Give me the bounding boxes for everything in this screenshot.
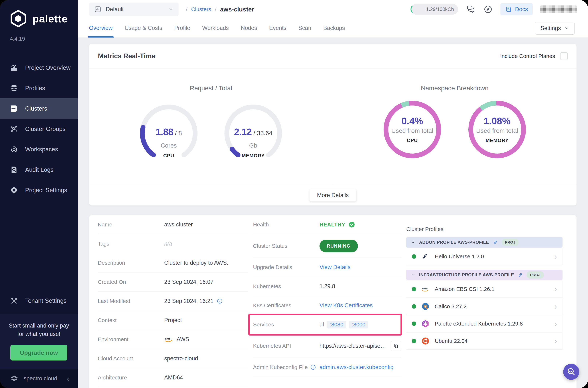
detail-row-description: Description Cluster to deploy to AWS. — [98, 253, 248, 272]
cpu-gauge: 1.88 / 8 Cores CPU — [140, 104, 198, 164]
chevron-down-icon — [564, 26, 569, 31]
addon-profile-group-header[interactable]: ADDON PROFILE AWS-PROFILE PROJ — [406, 237, 563, 247]
brand: palette — [0, 0, 78, 28]
link-icon[interactable] — [493, 240, 498, 245]
aws-icon: aws — [164, 336, 173, 343]
profile-item-ubuntu[interactable]: Ubuntu 22.04 › — [406, 333, 563, 349]
detail-row-kubernetes-api: Kubernetes API https://aws-cluster-apise… — [253, 334, 401, 358]
infrastructure-profile-group-header[interactable]: INFRASTRUCTURE PROFILE AWS-PROFILE PROJ — [406, 270, 563, 280]
chevron-right-icon: › — [554, 320, 557, 328]
dashboard-icon — [94, 6, 101, 13]
memory-caption: MEMORY — [224, 153, 282, 159]
docs-button[interactable]: Docs — [500, 3, 533, 15]
palette-logo-icon — [9, 9, 27, 28]
metrics-footer: More Details — [89, 185, 577, 205]
memory-unit: Gb — [224, 142, 282, 149]
user-name-redacted[interactable] — [540, 5, 577, 13]
search-assistant-button[interactable] — [563, 364, 579, 380]
page-content: Metrics Real-Time Include Control Planes… — [78, 38, 588, 388]
metrics-title: Metrics Real-Time — [98, 52, 156, 60]
service-port-8080-link[interactable]: :8080 — [327, 321, 346, 328]
proj-badge: PROJ — [502, 239, 519, 246]
namespace-memory-pct: 1.08% — [467, 116, 527, 126]
cpu-total: / 8 — [173, 129, 182, 136]
gear-icon — [10, 186, 18, 194]
detail-row-architecture: Architecture AMD64 — [98, 368, 248, 387]
request-total-panel: Request / Total 1.88 / 8 Cores CPU — [89, 69, 333, 185]
topbar-actions: 1.29/100kCh — [410, 3, 577, 15]
sidebar-item-project-settings[interactable]: Project Settings — [0, 180, 78, 200]
tab-usage-costs[interactable]: Usage & Costs — [125, 19, 162, 38]
upgrade-promo: Start small and only pay for what you us… — [0, 314, 78, 369]
breadcrumb: / Clusters / aws-cluster — [186, 6, 254, 13]
upgrade-now-button[interactable]: Upgrade now — [10, 345, 67, 361]
sidebar-item-audit-logs[interactable]: Audit Logs — [0, 160, 78, 180]
sidebar: palette 4.4.19 Project Overview — [0, 0, 78, 388]
cpu-caption: CPU — [140, 153, 198, 159]
detail-row-cluster-status: Cluster Status RUNNING — [253, 234, 401, 258]
detail-row-created-on: Created On 23 Sep 2024, 16:07 — [98, 272, 248, 292]
project-selector-dropdown[interactable]: Default — [89, 2, 179, 16]
tab-nodes[interactable]: Nodes — [241, 19, 257, 38]
chevron-down-icon — [411, 272, 415, 277]
link-icon[interactable] — [518, 272, 523, 278]
namespace-memory-ring: 1.08% Used from total MEMORY — [467, 99, 527, 160]
magnifier-smile-icon — [566, 367, 576, 377]
view-k8s-certificates-link[interactable]: View K8s Certificates — [319, 302, 373, 309]
breadcrumb-clusters-link[interactable]: Clusters — [191, 6, 211, 12]
tab-profile[interactable]: Profile — [174, 19, 190, 38]
info-icon[interactable] — [217, 298, 223, 304]
view-details-link[interactable]: View Details — [319, 264, 350, 270]
more-details-button[interactable]: More Details — [310, 189, 357, 201]
promo-line1: Start small and only pay — [5, 321, 73, 330]
server-icon — [10, 104, 18, 113]
sidebar-item-cluster-groups[interactable]: Cluster Groups — [0, 119, 78, 139]
profile-item-calico[interactable]: Calico 3.27.2 › — [406, 298, 563, 315]
profile-item-palette-extended-kubernetes[interactable]: Palette eXtended Kubernetes 1.29.8 › — [406, 315, 563, 332]
network-icon — [10, 125, 18, 133]
sidebar-item-project-overview[interactable]: Project Overview — [0, 58, 78, 78]
tab-workloads[interactable]: Workloads — [202, 19, 229, 38]
sidebar-nav: Project Overview Profiles — [0, 58, 78, 200]
info-icon[interactable] — [310, 364, 316, 370]
compass-icon[interactable] — [483, 4, 493, 14]
profile-item-amazon-ebs-csi[interactable]: aws Amazon EBS CSI 1.26.1 › — [406, 281, 563, 297]
tab-events[interactable]: Events — [269, 19, 286, 38]
footer-brand: spectro cloud — [24, 375, 57, 382]
kubeconfig-download-link[interactable]: admin.aws-cluster.kubeconfig — [319, 364, 394, 370]
tab-backups[interactable]: Backups — [323, 19, 345, 38]
tab-overview[interactable]: Overview — [89, 19, 113, 38]
copy-icon[interactable] — [391, 341, 401, 351]
include-control-planes-checkbox[interactable] — [560, 52, 568, 60]
cpu-unit: Cores — [140, 142, 198, 149]
service-port-3000-link[interactable]: :3000 — [349, 321, 368, 328]
project-selector-value: Default — [106, 6, 124, 13]
sidebar-item-clusters[interactable]: Clusters — [0, 98, 78, 119]
tab-scan[interactable]: Scan — [298, 19, 311, 38]
spectro-cloud-logo-icon — [9, 373, 19, 384]
app-version: 4.4.19 — [10, 36, 78, 42]
sidebar-item-workspaces[interactable]: Workspaces — [0, 139, 78, 160]
collapse-sidebar-icon[interactable]: ‹ — [67, 375, 69, 383]
detail-row-environment: Environment aws AWS — [98, 330, 248, 349]
profile-item-hello-universe[interactable]: Hello Universe 1.2.0 › — [406, 248, 563, 265]
chat-icon[interactable] — [466, 4, 476, 14]
detail-row-context: Context Project — [98, 311, 248, 330]
detail-row-services: Services ui :8080 :3000 — [253, 315, 401, 334]
chevron-right-icon: › — [554, 337, 557, 345]
cluster-profiles-title: Cluster Profiles — [406, 226, 563, 232]
svg-text:aws: aws — [165, 337, 171, 340]
metrics-card: Metrics Real-Time Include Control Planes… — [89, 44, 577, 205]
usage-quota-badge: 1.29/100kCh — [410, 4, 458, 15]
settings-button[interactable]: Settings — [535, 22, 575, 35]
chart-icon — [10, 64, 18, 72]
svg-text:aws: aws — [422, 287, 428, 290]
proj-badge: PROJ — [527, 271, 543, 279]
include-control-planes: Include Control Planes — [500, 52, 568, 60]
namespace-breakdown-panel: Namespace Breakdown 0.4% Used from total… — [333, 69, 577, 185]
memory-gauge: 2.12 / 33.64 Gb MEMORY — [224, 104, 282, 164]
sidebar-item-profiles[interactable]: Profiles — [0, 78, 78, 98]
status-dot-green — [412, 304, 416, 309]
sidebar-item-tenant-settings[interactable]: Tenant Settings — [0, 291, 78, 311]
brand-name: palette — [32, 13, 68, 25]
